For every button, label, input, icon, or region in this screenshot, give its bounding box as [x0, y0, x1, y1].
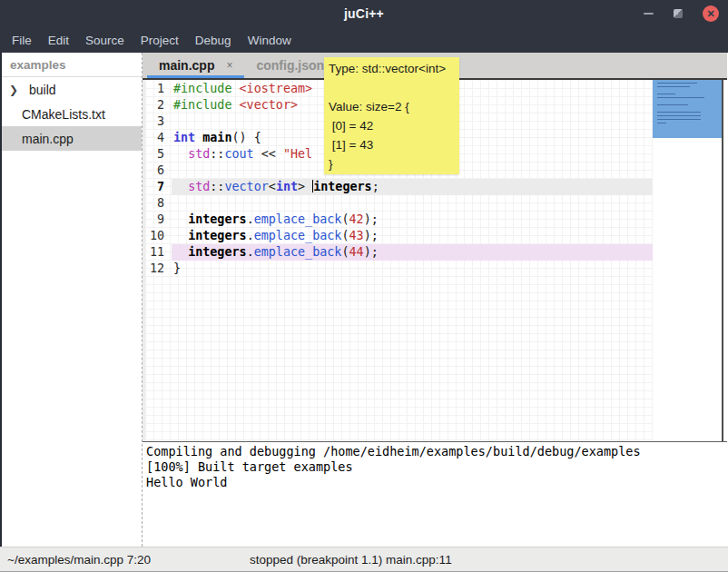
menu-file[interactable]: File	[4, 29, 40, 52]
minimap-code-line	[657, 112, 701, 113]
minimize-icon[interactable]	[644, 13, 654, 15]
menu-debug[interactable]: Debug	[187, 29, 240, 52]
tab-config-json[interactable]: config.json	[244, 53, 336, 78]
line-number[interactable]: 7	[143, 179, 172, 195]
menu-source[interactable]: Source	[77, 29, 133, 52]
window-controls: ✕	[644, 0, 719, 27]
line-number[interactable]: 9	[143, 212, 172, 228]
output-line: Hello World	[146, 475, 727, 490]
line-number[interactable]: 4	[143, 130, 172, 146]
minimap-code-line	[657, 97, 704, 98]
sidebar-item-main-cpp[interactable]: main.cpp	[2, 126, 142, 151]
code-line-7[interactable]: 7 std::vector<int> integers;	[143, 179, 653, 195]
sidebar-item-build[interactable]: ❯build	[2, 77, 142, 102]
line-content: integers.emplace_back(44);	[172, 244, 653, 261]
output-line: Compiling and debugging /home/eidheim/ex…	[146, 444, 727, 459]
minimap-viewport[interactable]	[653, 80, 722, 138]
restore-icon[interactable]	[674, 9, 683, 18]
minimap-code-line	[657, 86, 690, 87]
window-title: juCi++	[344, 6, 384, 21]
minimap-code-line	[657, 104, 688, 105]
line-content: std::vector<int> integers;	[172, 179, 653, 195]
code-line-11[interactable]: 11 integers.emplace_back(44);	[143, 244, 653, 261]
line-number[interactable]: 11	[143, 244, 172, 261]
status-bar: ~/examples/main.cpp 7:20 stopped (breakp…	[0, 547, 728, 572]
minimap-code-line	[657, 115, 701, 116]
file-label: main.cpp	[22, 132, 74, 146]
titlebar: juCi++ ✕	[0, 0, 728, 27]
line-number[interactable]: 1	[143, 81, 172, 97]
close-icon[interactable]: ✕	[703, 5, 719, 22]
status-file-location: ~/examples/main.cpp 7:20	[7, 553, 151, 567]
tooltip-value-line: [0] = 42	[329, 116, 455, 135]
output-line: [100%] Built target examples	[146, 459, 727, 475]
line-number[interactable]: 10	[143, 228, 172, 244]
minimap-code-line	[657, 123, 666, 123]
menu-project[interactable]: Project	[133, 29, 187, 52]
tooltip-value-line: Value: size=2 {	[329, 97, 455, 116]
file-label: build	[29, 83, 56, 97]
line-number[interactable]: 5	[143, 146, 172, 163]
file-label: CMakeLists.txt	[22, 107, 105, 122]
tooltip-value-line: [1] = 43	[329, 135, 455, 154]
status-debug-state: stopped (breakpoint 1.1) main.cpp:11	[250, 553, 452, 567]
menu-edit[interactable]: Edit	[40, 29, 77, 52]
line-number[interactable]: 3	[143, 113, 172, 130]
active-tab-indicator	[147, 75, 244, 78]
code-line-10[interactable]: 10 integers.emplace_back(43);	[143, 228, 653, 244]
tooltip-value-line: }	[329, 154, 455, 173]
tab-label: config.json	[256, 58, 324, 73]
line-number[interactable]: 12	[143, 261, 172, 277]
juci-window: { "window": { "title": "juCi++" }, "titl…	[0, 0, 728, 572]
code-line-12[interactable]: 12}	[143, 261, 653, 277]
minimap-code-line	[657, 83, 697, 84]
code-line-8[interactable]: 8	[143, 195, 653, 212]
menubar: FileEditSourceProjectDebugWindow	[0, 27, 728, 53]
tooltip-value-line	[329, 78, 455, 97]
line-content	[172, 195, 653, 212]
output-panel[interactable]: Compiling and debugging /home/eidheim/ex…	[143, 441, 727, 547]
chevron-right-icon: ❯	[9, 84, 22, 96]
debug-value-tooltip: Type: std::vector<int> Value: size=2 { […	[324, 57, 459, 174]
close-icon[interactable]: ×	[226, 59, 232, 72]
line-content: integers.emplace_back(42);	[172, 212, 653, 228]
file-tree: ❯buildCMakeLists.txtmain.cpp	[2, 77, 142, 151]
line-content: integers.emplace_back(43);	[172, 228, 653, 244]
file-tree-sidebar: examples ❯buildCMakeLists.txtmain.cpp	[0, 53, 143, 547]
line-number[interactable]: 6	[143, 163, 172, 179]
minimap-code-line	[657, 119, 701, 120]
code-line-9[interactable]: 9 integers.emplace_back(42);	[143, 212, 653, 228]
line-content: }	[172, 261, 653, 277]
project-name: examples	[2, 53, 142, 77]
sidebar-item-cmakelists-txt[interactable]: CMakeLists.txt	[2, 102, 142, 126]
tab-label: main.cpp	[159, 58, 214, 73]
minimap-code-line	[657, 94, 675, 94]
line-number[interactable]: 8	[143, 195, 172, 212]
menu-window[interactable]: Window	[240, 29, 300, 52]
tab-main-cpp[interactable]: main.cpp×	[147, 53, 244, 78]
minimap[interactable]	[653, 80, 722, 441]
line-number[interactable]: 2	[143, 97, 172, 113]
editor-right-border	[722, 80, 723, 441]
tooltip-type-line: Type: std::vector<int>	[329, 59, 455, 78]
